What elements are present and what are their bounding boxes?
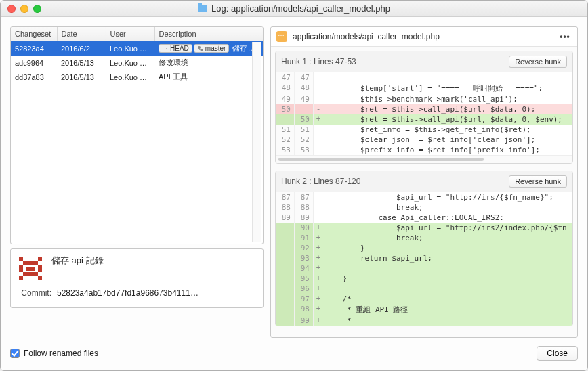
code-line: 5353 $prefix_info = $ret_info['prefix_in… bbox=[276, 145, 572, 155]
code-line: 90+ $api_url = "http://irs2/index.php/{$… bbox=[276, 223, 572, 233]
hunk-header: Hunk 2 : Lines 87-120Reverse hunk bbox=[276, 171, 572, 192]
code-line: 5151 $ret_info = $this->get_ret_info($re… bbox=[276, 125, 572, 135]
svg-rect-9 bbox=[38, 265, 42, 272]
table-row[interactable]: 52823a42016/6/2Leo.Kuo <…HEADmaster 儲存… bbox=[11, 41, 263, 56]
window-title: Log: application/models/api_caller_model… bbox=[1, 3, 587, 14]
hunk-header: Hunk 1 : Lines 47-53Reverse hunk bbox=[276, 51, 572, 72]
code-line: 99+ * bbox=[276, 315, 572, 326]
file-path: application/models/api_caller_model.php bbox=[293, 32, 553, 41]
commit-list: Changeset Date User Description 52823a42… bbox=[10, 26, 264, 244]
diff-pane: application/models/api_caller_model.php … bbox=[270, 26, 578, 338]
code-line: 92+ } bbox=[276, 243, 572, 253]
follow-label: Follow renamed files bbox=[24, 349, 98, 358]
hunk-scrollbar[interactable] bbox=[276, 155, 572, 163]
svg-rect-6 bbox=[34, 261, 38, 265]
window-body: Changeset Date User Description 52823a42… bbox=[1, 17, 587, 370]
code-line: 4848 $temp['start'] = "==== 呼叫開始 ===="; bbox=[276, 83, 572, 94]
reverse-hunk-button[interactable]: Reverse hunk bbox=[509, 175, 567, 188]
code-block: 8787 $api_url = "http://irs/{$fn_name}";… bbox=[276, 192, 572, 326]
hunk: Hunk 1 : Lines 47-53Reverse hunk47474848… bbox=[275, 51, 573, 164]
window-title-text: Log: application/models/api_caller_model… bbox=[211, 3, 390, 14]
svg-rect-5 bbox=[23, 261, 27, 265]
window-controls bbox=[1, 5, 41, 13]
folder-icon bbox=[198, 5, 207, 12]
code-line: 95+ } bbox=[276, 274, 572, 284]
window: Log: application/models/api_caller_model… bbox=[0, 0, 588, 371]
code-line: 91+ break; bbox=[276, 233, 572, 243]
code-line: 98+ * 重組 API 路徑 bbox=[276, 304, 572, 315]
minimize-window-icon[interactable] bbox=[20, 5, 28, 13]
svg-rect-7 bbox=[27, 261, 34, 265]
table-row[interactable]: adc99642016/5/13Leo.Kuo <…修改環境 bbox=[11, 56, 263, 70]
code-block: 47474848 $temp['start'] = "==== 呼叫開始 ===… bbox=[276, 72, 572, 155]
code-line: 93+ return $api_url; bbox=[276, 253, 572, 263]
commit-detail: 儲存 api 記錄 Commit: 52823a4ab17bd77fd1a968… bbox=[10, 248, 264, 308]
reverse-hunk-button[interactable]: Reverse hunk bbox=[509, 56, 567, 68]
code-line: 50+ $ret = $this->call_api($url, $data, … bbox=[276, 114, 572, 125]
hunk-title: Hunk 2 : Lines 87-120 bbox=[281, 177, 509, 186]
svg-rect-14 bbox=[19, 276, 23, 280]
left-pane: Changeset Date User Description 52823a42… bbox=[10, 26, 264, 338]
master-badge: master bbox=[194, 44, 230, 53]
titlebar: Log: application/models/api_caller_model… bbox=[1, 1, 587, 17]
svg-rect-3 bbox=[19, 257, 23, 261]
code-line: 4747 bbox=[276, 72, 572, 83]
checkbox-icon[interactable] bbox=[10, 349, 20, 358]
file-bar: application/models/api_caller_model.php … bbox=[271, 27, 577, 47]
svg-rect-8 bbox=[19, 265, 23, 272]
col-user[interactable]: User bbox=[106, 27, 154, 41]
code-line: 50- $ret = $this->call_api($url, $data, … bbox=[276, 104, 572, 114]
code-line: 8989 case Api_caller::LOCAL_IRS2: bbox=[276, 213, 572, 223]
commit-message: 儲存 api 記錄 bbox=[51, 255, 104, 267]
head-badge: HEAD bbox=[159, 44, 192, 53]
svg-rect-11 bbox=[23, 272, 27, 276]
commit-table: Changeset Date User Description 52823a42… bbox=[11, 27, 263, 84]
close-button[interactable]: Close bbox=[537, 346, 578, 361]
commit-hash-row: Commit: 52823a4ab17bd77fd1a968673b4111… bbox=[16, 288, 257, 298]
file-more-icon[interactable]: ••• bbox=[558, 32, 572, 41]
col-date[interactable]: Date bbox=[57, 27, 106, 41]
main-area: Changeset Date User Description 52823a42… bbox=[10, 26, 578, 338]
hunk: Hunk 2 : Lines 87-120Reverse hunk8787 $a… bbox=[275, 171, 573, 326]
hunk-title: Hunk 1 : Lines 47-53 bbox=[281, 57, 509, 66]
code-line: 8787 $api_url = "http://irs/{$fn_name}"; bbox=[276, 192, 572, 202]
code-line: 8888 break; bbox=[276, 202, 572, 213]
code-line: 97+ /* bbox=[276, 294, 572, 304]
svg-rect-10 bbox=[26, 267, 35, 271]
follow-renamed-checkbox[interactable]: Follow renamed files bbox=[10, 349, 98, 358]
code-line: 5252 $clear_json = $ret_info['clear_json… bbox=[276, 135, 572, 145]
code-line: 96+ bbox=[276, 284, 572, 294]
svg-rect-4 bbox=[38, 257, 42, 261]
file-icon bbox=[276, 31, 287, 42]
svg-rect-15 bbox=[38, 276, 42, 280]
svg-rect-12 bbox=[34, 272, 38, 276]
col-changeset[interactable]: Changeset bbox=[11, 27, 57, 41]
diff-scroll[interactable]: Hunk 1 : Lines 47-53Reverse hunk47474848… bbox=[271, 47, 577, 337]
avatar bbox=[16, 255, 45, 283]
footer: Follow renamed files Close bbox=[10, 343, 578, 361]
commit-label: Commit: bbox=[16, 288, 51, 298]
code-line: 4949 $this->benchmark->mark('call_api'); bbox=[276, 94, 572, 104]
svg-rect-13 bbox=[27, 272, 34, 276]
zoom-window-icon[interactable] bbox=[33, 5, 41, 13]
close-window-icon[interactable] bbox=[7, 5, 16, 13]
col-description[interactable]: Description bbox=[154, 27, 263, 41]
commit-hash: 52823a4ab17bd77fd1a968673b4111… bbox=[57, 288, 257, 298]
commit-scrollbar[interactable] bbox=[252, 42, 261, 242]
code-line: 94+ bbox=[276, 263, 572, 274]
table-row[interactable]: dd37a832016/5/13Leo.Kuo <…API 工具 bbox=[11, 70, 263, 84]
